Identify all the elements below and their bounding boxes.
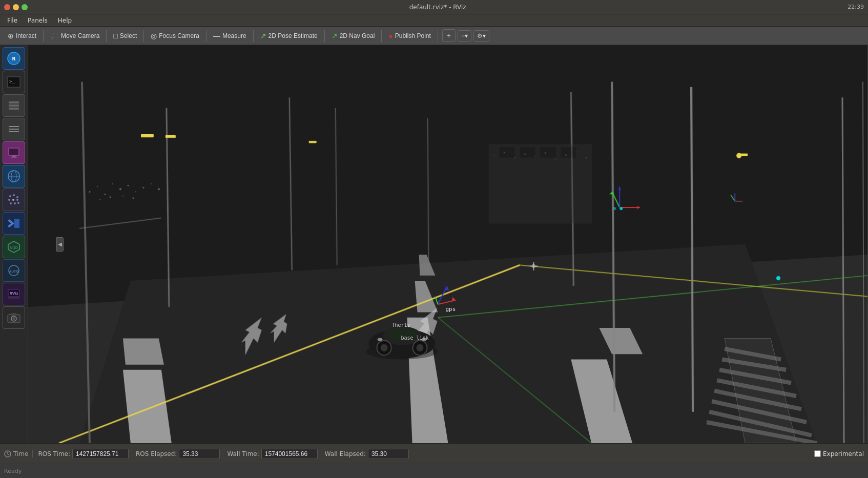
svg-point-18 (16, 196, 18, 198)
svg-point-16 (9, 195, 11, 197)
ros-time-input[interactable] (72, 449, 129, 459)
menu-file[interactable]: File (3, 16, 22, 25)
tool-measure[interactable]: — Measure (209, 30, 251, 42)
sidebar-terminal[interactable]: >_ (3, 71, 25, 93)
tool-move-camera[interactable]: 🎥 Move Camera (46, 30, 104, 42)
settings-button[interactable]: ⚙▾ (473, 30, 489, 41)
interact-icon: ⊕ (8, 32, 14, 40)
experimental-section: Experimental (814, 450, 864, 458)
tool-select[interactable]: □ Select (109, 30, 141, 42)
experimental-checkbox[interactable] (814, 450, 821, 457)
sidebar-display[interactable] (3, 141, 25, 164)
time-section: Time ROS Time: ROS Elapsed: Wall Time: W… (0, 443, 868, 464)
svg-rect-32 (8, 297, 19, 299)
svg-text:AUTO: AUTO (9, 269, 19, 273)
2d-pose-icon: ↗ (260, 32, 266, 40)
svg-text:RViz: RViz (9, 292, 18, 296)
minimize-button[interactable] (13, 4, 19, 10)
svg-point-126 (417, 344, 424, 351)
window-controls[interactable] (4, 4, 28, 10)
svg-point-81 (104, 194, 106, 195)
svg-rect-95 (520, 147, 535, 157)
toolbar-divider-4 (206, 30, 206, 42)
sidebar-vscode[interactable] (3, 212, 25, 235)
toolbar-divider-1 (43, 30, 44, 42)
remove-tool-button[interactable]: −▾ (458, 30, 471, 41)
svg-rect-10 (9, 148, 19, 155)
menu-help[interactable]: Help (54, 16, 76, 25)
2d-nav-icon: ↗ (332, 32, 338, 40)
wall-time-input[interactable] (261, 449, 318, 459)
sidebar-points[interactable] (3, 189, 25, 211)
menu-panels[interactable]: Panels (24, 16, 52, 25)
svg-rect-96 (540, 147, 555, 157)
svg-point-87 (151, 183, 152, 184)
sidebar-globe[interactable] (3, 165, 25, 188)
svg-rect-36 (11, 313, 16, 316)
svg-point-140 (736, 153, 741, 158)
svg-rect-25 (14, 219, 19, 228)
sidebar-camera[interactable] (3, 306, 25, 329)
svg-point-118 (613, 207, 616, 210)
tool-2d-pose[interactable]: ↗ 2D Pose Estimate (256, 30, 322, 42)
experimental-label[interactable]: Experimental (823, 450, 864, 458)
add-tool-button[interactable]: ＋ (442, 29, 456, 42)
svg-point-125 (381, 344, 388, 351)
focus-camera-icon: ◎ (151, 32, 157, 40)
tool-2d-nav[interactable]: ↗ 2D Nav Goal (327, 30, 380, 42)
svg-point-141 (776, 276, 780, 280)
wall-elapsed-input[interactable] (368, 449, 409, 459)
svg-point-23 (14, 202, 16, 204)
measure-icon: — (213, 32, 220, 40)
svg-rect-97 (561, 147, 576, 157)
svg-point-88 (158, 188, 160, 190)
wall-elapsed-group: Wall Elapsed: (325, 449, 409, 459)
toolbar-divider-5 (253, 30, 254, 42)
move-camera-icon: 🎥 (50, 32, 59, 40)
svg-point-24 (17, 202, 19, 204)
toolbar-divider-3 (143, 30, 144, 42)
collapse-panel-arrow[interactable]: ◀ (56, 237, 64, 252)
toolbar-divider-8 (438, 30, 438, 42)
time-section-label: Time (4, 450, 33, 458)
svg-point-35 (13, 318, 15, 320)
svg-text:Ther1v: Ther1v (392, 322, 410, 328)
sidebar-layers[interactable] (3, 94, 25, 117)
svg-point-107 (586, 157, 587, 158)
tool-interact[interactable]: ⊕ Interact (3, 30, 41, 42)
svg-rect-6 (9, 108, 19, 110)
svg-line-144 (8, 454, 9, 455)
svg-rect-5 (9, 105, 19, 107)
toolbar-divider-2 (106, 30, 107, 42)
svg-point-19 (8, 199, 10, 201)
wall-time-label: Wall Time: (227, 450, 259, 458)
time-label-text: Time (13, 450, 28, 458)
svg-point-117 (619, 207, 623, 210)
svg-text:base_link: base_link (401, 335, 429, 341)
svg-point-98 (493, 155, 494, 156)
sidebar-autoware[interactable]: AUTO (3, 259, 25, 282)
maximize-button[interactable] (22, 4, 28, 10)
svg-rect-75 (166, 135, 176, 138)
toolbar-divider-6 (324, 30, 325, 42)
wall-elapsed-label: Wall Elapsed: (325, 450, 366, 458)
close-button[interactable] (4, 4, 10, 10)
svg-point-80 (97, 186, 98, 187)
sidebar-stack[interactable] (3, 118, 25, 140)
sidebar-nqd[interactable]: NQD (3, 236, 25, 258)
sidebar-rviz-logo[interactable]: R (3, 47, 25, 70)
svg-point-79 (89, 191, 90, 193)
clock-icon (4, 450, 11, 458)
3d-viewport[interactable]: ◀ (28, 45, 868, 443)
tool-focus-camera[interactable]: ◎ Focus Camera (146, 30, 204, 42)
tool-publish-point[interactable]: ● Publish Point (384, 30, 436, 42)
wall-time-group: Wall Time: (227, 449, 317, 459)
sidebar-rviz2[interactable]: RViz (3, 283, 25, 305)
svg-point-92 (132, 197, 134, 199)
svg-point-104 (555, 159, 556, 160)
svg-point-90 (109, 196, 111, 198)
ros-elapsed-input[interactable] (179, 449, 220, 459)
svg-point-100 (514, 157, 515, 158)
svg-point-22 (10, 202, 12, 204)
ros-time-group: ROS Time: (38, 449, 129, 459)
